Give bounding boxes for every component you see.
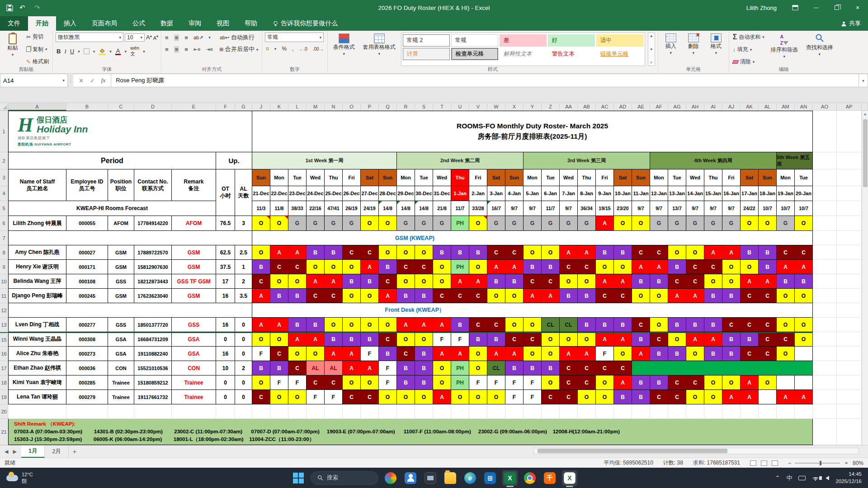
- week-band-3[interactable]: 3rd Week 第三周: [524, 152, 650, 169]
- shift-cell[interactable]: A: [451, 347, 469, 361]
- shift-cell[interactable]: B: [578, 289, 596, 303]
- staff-al[interactable]: 1: [235, 260, 252, 274]
- empty-cell[interactable]: [837, 274, 862, 289]
- shift-cell[interactable]: O: [288, 390, 307, 404]
- shift-cell[interactable]: O: [795, 289, 813, 303]
- decrease-font-icon[interactable]: A▾: [153, 34, 158, 41]
- staff-id[interactable]: 000245: [66, 289, 108, 303]
- week-band-2[interactable]: 2nd Week 第二周: [397, 152, 524, 169]
- shift-cell[interactable]: O: [632, 289, 650, 303]
- shift-cell[interactable]: A: [704, 245, 722, 260]
- shift-cell[interactable]: A: [686, 332, 704, 347]
- staff-ot[interactable]: 16: [216, 318, 235, 332]
- staff-position[interactable]: Trainee: [108, 375, 134, 390]
- shift-cell[interactable]: O: [379, 390, 397, 404]
- empty-cell[interactable]: [343, 404, 361, 419]
- shift-cell[interactable]: F: [451, 332, 469, 347]
- shift-cell[interactable]: O: [469, 216, 487, 231]
- empty-cell[interactable]: [813, 186, 837, 201]
- align-bottom-icon[interactable]: ≡: [184, 34, 188, 41]
- shift-cell[interactable]: B: [379, 347, 397, 361]
- column-header-W[interactable]: W: [487, 103, 505, 111]
- shift-cell[interactable]: B: [704, 289, 722, 303]
- date-cell-28[interactable]: 18-Jan: [759, 186, 777, 201]
- column-header-G[interactable]: G: [235, 103, 252, 111]
- date-cell-0[interactable]: 21-Dec: [252, 186, 270, 201]
- empty-cell[interactable]: [813, 361, 837, 375]
- empty-cell[interactable]: [837, 260, 862, 274]
- shift-cell[interactable]: A: [415, 318, 433, 332]
- shift-cell[interactable]: C: [379, 332, 397, 347]
- column-header-AN[interactable]: AN: [795, 103, 813, 111]
- shift-cell[interactable]: C: [759, 289, 777, 303]
- empty-cell[interactable]: [505, 404, 524, 419]
- empty-cell[interactable]: [66, 404, 108, 419]
- staff-ot[interactable]: 10: [216, 361, 235, 375]
- row-header-21[interactable]: 21: [0, 419, 8, 445]
- empty-cell[interactable]: [813, 274, 837, 289]
- day-cell-25[interactable]: Thu: [704, 169, 722, 186]
- shift-cell[interactable]: C: [451, 289, 469, 303]
- ribbon-tab-2[interactable]: 插入: [56, 16, 84, 31]
- staff-remark[interactable]: GSM: [172, 289, 216, 303]
- shift-cell[interactable]: C: [288, 260, 307, 274]
- taskbar-app-excel[interactable]: X: [502, 470, 518, 486]
- font-color-button[interactable]: A: [115, 48, 121, 55]
- shift-cell[interactable]: B: [542, 361, 560, 375]
- zoom-slider[interactable]: [795, 463, 840, 464]
- table-header-0[interactable]: Name of Staff员工姓名: [8, 169, 66, 201]
- date-cell-26[interactable]: 16-Jan: [722, 186, 741, 201]
- shift-cell[interactable]: A: [270, 245, 288, 260]
- decrease-decimal-icon[interactable]: .00→: [313, 47, 324, 52]
- shift-cell[interactable]: B: [505, 274, 524, 289]
- shift-cell[interactable]: C: [560, 260, 578, 274]
- shift-cell[interactable]: C: [578, 361, 596, 375]
- insert-function-icon[interactable]: fx: [101, 77, 105, 84]
- shift-cell[interactable]: G: [668, 216, 686, 231]
- shift-cell[interactable]: B: [487, 274, 505, 289]
- percent-icon[interactable]: %: [282, 46, 287, 52]
- row-header-2[interactable]: 2: [0, 152, 8, 169]
- shift-cell[interactable]: C: [614, 289, 632, 303]
- empty-cell[interactable]: [216, 404, 235, 419]
- shift-cell[interactable]: [795, 347, 813, 361]
- forecast-cell-15[interactable]: 9/7: [524, 201, 542, 216]
- shift-cell[interactable]: C: [487, 318, 505, 332]
- shift-cell[interactable]: B: [270, 361, 288, 375]
- forecast-cell-20[interactable]: 23/20: [614, 201, 632, 216]
- day-cell-5[interactable]: Fri: [343, 169, 361, 186]
- empty-cell[interactable]: [596, 404, 614, 419]
- shift-cell[interactable]: C: [686, 260, 704, 274]
- column-header-AC[interactable]: AC: [596, 103, 614, 111]
- row-header-5[interactable]: 5: [0, 201, 8, 216]
- shift-cell[interactable]: B: [759, 260, 777, 274]
- new-sheet-button[interactable]: ＋: [69, 446, 80, 458]
- row-header-19[interactable]: 19: [0, 390, 8, 404]
- day-cell-10[interactable]: Wed: [433, 169, 451, 186]
- shift-cell[interactable]: A: [487, 260, 505, 274]
- shift-cell[interactable]: O: [722, 375, 741, 390]
- empty-cell[interactable]: [813, 216, 837, 231]
- shift-cell[interactable]: B: [668, 318, 686, 332]
- empty-cell[interactable]: [560, 404, 578, 419]
- shift-cell[interactable]: B: [614, 318, 632, 332]
- shift-cell[interactable]: O: [361, 289, 379, 303]
- shift-cell[interactable]: C: [741, 318, 759, 332]
- zoom-in-icon[interactable]: ＋: [844, 459, 849, 467]
- date-cell-24[interactable]: 14-Jan: [686, 186, 704, 201]
- column-header-J[interactable]: J: [252, 103, 270, 111]
- shift-cell[interactable]: F: [524, 375, 542, 390]
- shift-cell[interactable]: B: [524, 260, 542, 274]
- select-all-corner[interactable]: [0, 103, 8, 111]
- shift-cell[interactable]: O: [288, 347, 307, 361]
- shift-cell[interactable]: O: [343, 375, 361, 390]
- shift-cell[interactable]: O: [560, 332, 578, 347]
- shift-cell[interactable]: [777, 375, 795, 390]
- day-cell-17[interactable]: Wed: [560, 169, 578, 186]
- shift-cell[interactable]: B: [307, 318, 325, 332]
- column-header-P[interactable]: P: [361, 103, 379, 111]
- shift-cell[interactable]: F: [433, 332, 451, 347]
- day-cell-29[interactable]: Mon: [777, 169, 795, 186]
- cell-style-0[interactable]: 常规 2: [403, 34, 450, 47]
- clear-button[interactable]: 清除▾: [732, 57, 765, 66]
